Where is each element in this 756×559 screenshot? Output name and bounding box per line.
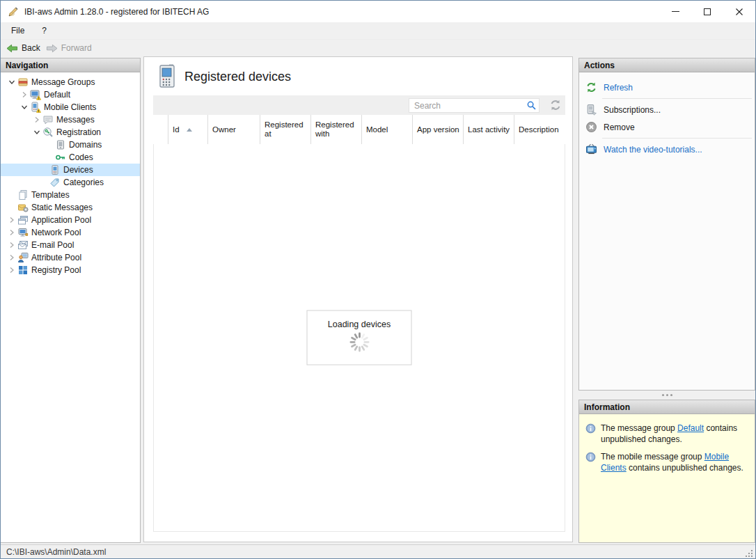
chevron-none (38, 177, 49, 188)
refresh-label: Refresh (604, 83, 633, 93)
loading-text: Loading devices (308, 320, 411, 329)
tree-item-message-groups[interactable]: Message Groups (1, 76, 140, 88)
network-pool-icon (17, 227, 29, 238)
search-box (409, 98, 540, 113)
close-button[interactable] (723, 1, 755, 22)
app-window: IBI-aws Admin 1.28.0 - registered for IB… (0, 0, 756, 559)
chevron-none (38, 164, 49, 175)
back-button[interactable]: Back (6, 43, 40, 54)
chevron-none (6, 189, 17, 200)
tree-item-domains[interactable]: Domains (1, 139, 140, 151)
column-header-owner[interactable]: Owner (208, 115, 260, 144)
info-message-text: The mobile message group Mobile Clients … (601, 451, 749, 473)
column-label: Registered with (315, 120, 360, 139)
nav-toolbar: Back Forward (1, 40, 755, 56)
chevron-expanded-icon[interactable] (19, 102, 30, 113)
chevron-expanded-icon[interactable] (6, 77, 17, 88)
table-header: Id Owner Registered at Registered with M… (153, 115, 565, 144)
menu-bar: File ? (1, 22, 755, 40)
navigation-header: Navigation (1, 58, 140, 72)
tree-item-default[interactable]: Default (1, 88, 140, 101)
tv-icon (585, 143, 597, 155)
tree-item-registration[interactable]: Registration (1, 126, 140, 139)
chevron-collapsed-icon[interactable] (6, 239, 17, 251)
search-input[interactable] (409, 101, 523, 111)
remove-action[interactable]: Remove (579, 118, 755, 136)
tree-label: Domains (69, 140, 102, 150)
search-icon (526, 100, 537, 111)
column-header-description[interactable]: Description (514, 115, 565, 144)
chevron-none (6, 202, 17, 213)
minimize-icon (672, 11, 679, 12)
menu-file[interactable]: File (4, 23, 31, 38)
minimize-button[interactable] (659, 1, 691, 22)
tree-label: Static Messages (31, 203, 93, 212)
close-icon (735, 8, 743, 16)
chevron-collapsed-icon[interactable] (6, 227, 17, 238)
column-header-registered-at[interactable]: Registered at (260, 115, 311, 144)
mobile-device-icon (159, 64, 176, 91)
tree-label: Mobile Clients (44, 102, 96, 112)
tree-label: Registry Pool (31, 265, 81, 275)
subscriptions-action[interactable]: Subscriptions... (579, 101, 755, 118)
chevron-collapsed-icon[interactable] (19, 89, 30, 100)
domains-icon (55, 139, 66, 150)
info-icon (585, 452, 596, 462)
resize-grip-icon[interactable] (745, 549, 754, 558)
forward-label: Forward (61, 43, 92, 53)
actions-separator (602, 98, 752, 99)
tree-item-network-pool[interactable]: Network Pool (1, 226, 140, 239)
info-message: The mobile message group Mobile Clients … (585, 451, 749, 473)
tree-item-mobile-clients[interactable]: Mobile Clients (1, 101, 140, 113)
static-messages-icon (17, 202, 29, 213)
chevron-none (44, 139, 55, 150)
info-link-default[interactable]: Default (677, 423, 704, 433)
loading-indicator: Loading devices (307, 310, 412, 365)
tree-label: Messages (56, 115, 95, 125)
column-header-model[interactable]: Model (362, 115, 413, 144)
information-messages: The message group Default contains unpub… (579, 414, 755, 542)
tree-label: E-mail Pool (31, 240, 74, 250)
column-selector[interactable] (153, 115, 168, 144)
tree-item-attribute-pool[interactable]: Attribute Pool (1, 251, 140, 264)
refresh-action[interactable]: Refresh (579, 79, 755, 96)
tree-item-application-pool[interactable]: Application Pool (1, 214, 140, 226)
splitter-grip-icon (666, 394, 668, 396)
chevron-expanded-icon[interactable] (31, 127, 42, 138)
title-bar: IBI-aws Admin 1.28.0 - registered for IB… (1, 1, 755, 22)
subscriptions-icon (585, 104, 597, 116)
column-header-id[interactable]: Id (168, 115, 208, 144)
chevron-collapsed-icon[interactable] (6, 214, 17, 226)
tree-item-email-pool[interactable]: E-mail Pool (1, 239, 140, 251)
tree-label: Registration (56, 127, 101, 137)
column-header-registered-with[interactable]: Registered with (311, 115, 362, 144)
remove-icon (585, 121, 597, 133)
information-panel: Information The message group Default co… (578, 400, 755, 543)
tree-item-codes[interactable]: Codes (1, 151, 140, 164)
panel-splitter[interactable] (578, 391, 755, 400)
chevron-collapsed-icon[interactable] (6, 252, 17, 263)
tree-label: Application Pool (31, 215, 91, 225)
actions-panel: Actions Refresh Subscriptions... (578, 58, 755, 391)
maximize-button[interactable] (691, 1, 723, 22)
tree-item-messages[interactable]: Messages (1, 113, 140, 126)
chevron-collapsed-icon[interactable] (31, 114, 42, 125)
search-button[interactable] (523, 99, 539, 112)
tree-item-categories[interactable]: Categories (1, 176, 140, 189)
tree-item-templates[interactable]: Templates (1, 189, 140, 201)
chevron-collapsed-icon[interactable] (6, 265, 17, 276)
tree-item-static-messages[interactable]: Static Messages (1, 201, 140, 214)
registered-devices-panel: Registered devices Id Owner Registered a… (143, 56, 573, 542)
video-tutorials-action[interactable]: Watch the video-tutorials... (579, 141, 755, 158)
tree-item-registry-pool[interactable]: Registry Pool (1, 264, 140, 276)
info-message: The message group Default contains unpub… (585, 423, 749, 445)
tree-item-devices[interactable]: Devices (1, 164, 140, 176)
menu-help[interactable]: ? (35, 23, 54, 38)
right-column: Actions Refresh Subscriptions... (578, 58, 755, 543)
page-title: Registered devices (184, 57, 291, 95)
refresh-table-button[interactable] (549, 99, 562, 111)
info-icon (585, 423, 596, 434)
forward-button[interactable]: Forward (46, 43, 92, 54)
column-header-app-version[interactable]: App version (413, 115, 464, 144)
column-header-last-activity[interactable]: Last activity (464, 115, 514, 144)
